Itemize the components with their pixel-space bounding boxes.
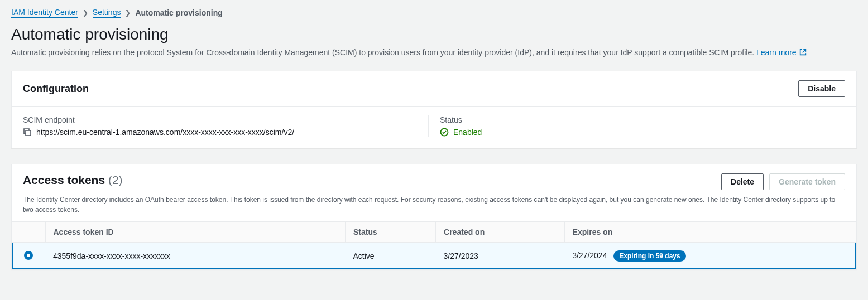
breadcrumb-link-settings[interactable]: Settings bbox=[93, 8, 121, 18]
svg-rect-0 bbox=[26, 130, 31, 136]
col-expires: Expires on bbox=[564, 222, 856, 243]
status-label: Status bbox=[440, 115, 845, 124]
generate-token-button: Generate token bbox=[769, 173, 845, 190]
check-circle-icon bbox=[440, 128, 449, 137]
cell-created: 3/27/2023 bbox=[436, 243, 565, 270]
delete-button[interactable]: Delete bbox=[721, 173, 764, 190]
col-created: Created on bbox=[436, 222, 565, 243]
chevron-right-icon: ❯ bbox=[125, 9, 131, 17]
access-tokens-panel: Access tokens (2) Delete Generate token … bbox=[11, 164, 857, 270]
access-tokens-title: Access tokens (2) bbox=[23, 173, 123, 187]
configuration-title: Configuration bbox=[23, 83, 89, 95]
configuration-panel: Configuration Disable SCIM endpoint http… bbox=[11, 71, 857, 148]
cell-status: Active bbox=[345, 243, 435, 270]
chevron-right-icon: ❯ bbox=[83, 9, 88, 17]
access-tokens-count: (2) bbox=[108, 173, 123, 186]
access-tokens-table: Access token ID Status Created on Expire… bbox=[12, 221, 856, 269]
learn-more-link[interactable]: Learn more bbox=[756, 48, 807, 57]
breadcrumb-current: Automatic provisioning bbox=[135, 8, 222, 17]
row-radio[interactable] bbox=[24, 251, 33, 260]
cell-token-id: 4355f9da-xxxx-xxxx-xxxx-xxxxxxx bbox=[45, 243, 345, 270]
breadcrumb-link-root[interactable]: IAM Identity Center bbox=[11, 8, 78, 18]
disable-button[interactable]: Disable bbox=[798, 80, 845, 97]
table-row[interactable]: 4355f9da-xxxx-xxxx-xxxx-xxxxxxx Active 3… bbox=[12, 243, 856, 270]
access-tokens-description: The Identity Center directory includes a… bbox=[12, 195, 856, 221]
status-value: Enabled bbox=[453, 128, 482, 137]
copy-icon[interactable] bbox=[23, 128, 32, 137]
page-description: Automatic provisioning relies on the pro… bbox=[11, 47, 857, 59]
scim-endpoint-label: SCIM endpoint bbox=[23, 115, 428, 124]
external-link-icon bbox=[799, 49, 807, 56]
col-token-id: Access token ID bbox=[45, 222, 345, 243]
page-title: Automatic provisioning bbox=[11, 26, 857, 43]
cell-expires: 3/27/2024 Expiring in 59 days bbox=[564, 243, 856, 270]
breadcrumb: IAM Identity Center ❯ Settings ❯ Automat… bbox=[11, 8, 857, 18]
scim-endpoint-value: https://scim.eu-central-1.amazonaws.com/… bbox=[36, 128, 294, 137]
expiry-badge: Expiring in 59 days bbox=[613, 250, 685, 262]
col-status: Status bbox=[345, 222, 435, 243]
